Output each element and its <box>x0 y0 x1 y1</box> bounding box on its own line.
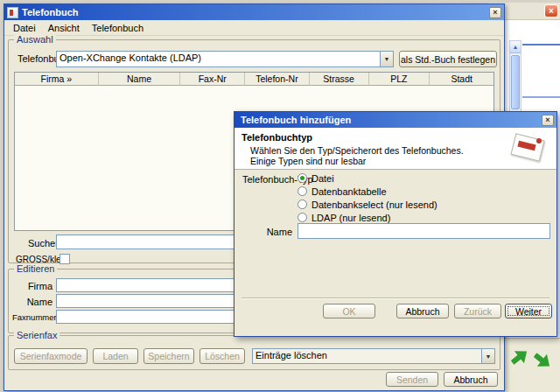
telefonbuch-window-icon <box>7 7 18 18</box>
group-serienfax: Serienfax Serienfaxmode Laden Speichern … <box>8 335 500 370</box>
dialog-name-input[interactable] <box>298 223 550 239</box>
dialog-separator <box>242 298 550 299</box>
radio-datenbankselect[interactable]: Datenbankselect (nur lesend) <box>298 199 438 210</box>
telefonbuch-combo-value: Open-XChange Kontakte (LDAP) <box>57 52 380 66</box>
column-header-firma[interactable]: Firma » <box>15 73 99 86</box>
telefonbuch-combo[interactable]: Open-XChange Kontakte (LDAP) ▼ <box>56 51 394 67</box>
speichern-button: Speichern <box>144 348 194 364</box>
menubar: Datei Ansicht Telefonbuch <box>4 20 504 36</box>
column-header-plz[interactable]: PLZ <box>369 73 430 86</box>
zurueck-button: Zurück <box>454 304 501 318</box>
senden-button: Senden <box>386 372 438 387</box>
radio-circle[interactable] <box>298 186 307 196</box>
chevron-down-icon[interactable]: ▼ <box>380 52 393 66</box>
gross-klein-checkbox[interactable] <box>60 254 70 264</box>
radio-datei[interactable]: Datei <box>298 172 334 184</box>
background-separator-line <box>522 44 560 46</box>
menu-item-ansicht[interactable]: Ansicht <box>43 22 85 34</box>
radio-ldap-label: LDAP (nur lesend) <box>312 213 390 223</box>
group-serienfax-legend: Serienfax <box>14 330 60 340</box>
firma-label: Firma <box>12 281 52 291</box>
name-label: Name <box>12 297 52 307</box>
main-titlebar: Telefonbuch × <box>4 4 504 20</box>
group-editieren-legend: Editieren <box>14 263 57 274</box>
background-separator-line <box>522 96 560 98</box>
phonebook-wizard-icon <box>509 130 548 165</box>
main-close-button[interactable]: × <box>489 7 501 18</box>
radio-circle[interactable] <box>298 213 307 222</box>
radio-ldap[interactable]: LDAP (nur lesend) <box>298 212 390 223</box>
dialog-name-label: Name <box>261 227 292 237</box>
radio-datenbanktabelle-label: Datenbanktabelle <box>312 186 387 197</box>
desktop-close-button[interactable]: × <box>544 4 558 18</box>
background-bottom-panel <box>504 338 560 392</box>
green-arrow-up-icon[interactable] <box>507 343 534 370</box>
column-header-stadt[interactable]: Stadt <box>430 73 494 86</box>
laden-button: Laden <box>93 348 138 364</box>
table-header-row: Firma » Name Fax-Nr Telefon-Nr Strasse P… <box>15 73 494 86</box>
radio-datenbankselect-label: Datenbankselect (nur lesend) <box>312 200 438 210</box>
std-buch-button[interactable]: als Std.-Buch festlegen <box>399 51 497 67</box>
serienfaxmode-button: Serienfaxmode <box>14 348 88 364</box>
weiter-button[interactable]: Weiter <box>505 304 552 318</box>
dialog-header-line2: Einige Typen sind nur lesbar <box>250 156 366 166</box>
ok-button: OK <box>323 304 375 318</box>
column-header-name[interactable]: Name <box>99 73 181 86</box>
abbruch-button[interactable]: Abbruch <box>444 372 498 387</box>
menu-item-datei[interactable]: Datei <box>8 22 41 34</box>
menu-item-telefonbuch[interactable]: Telefonbuch <box>87 22 149 34</box>
dialog-header-title: Telefonbuchtyp <box>242 132 312 143</box>
radio-circle[interactable] <box>298 200 307 209</box>
dialog-titlebar: Telefonbuch hinzufügen × <box>234 112 556 128</box>
desktop: × × ▲ ▼ Telefonbuch × Datei Ansicht Tele… <box>0 0 560 392</box>
eintraege-loeschen-value: Einträge löschen <box>253 349 481 363</box>
window-title: Telefonbuch <box>22 7 489 18</box>
dialog-close-button[interactable]: × <box>542 115 554 126</box>
chevron-down-icon[interactable]: ▼ <box>481 349 494 363</box>
add-phonebook-dialog: Telefonbuch hinzufügen × Telefonbuchtyp … <box>234 111 557 337</box>
radio-datei-label: Datei <box>312 173 334 184</box>
dialog-header-line1: Wählen Sie den Typ/Speicherort des Telef… <box>250 145 464 156</box>
scrollbar-thumb[interactable] <box>511 55 520 109</box>
radio-datenbanktabelle[interactable]: Datenbanktabelle <box>298 186 387 197</box>
column-header-telefon[interactable]: Telefon-Nr <box>245 73 310 86</box>
green-arrow-down-icon[interactable] <box>529 348 556 375</box>
dialog-abbruch-button[interactable]: Abbruch <box>396 304 449 318</box>
column-header-fax[interactable]: Fax-Nr <box>180 73 245 86</box>
column-header-strasse[interactable]: Strasse <box>310 73 369 86</box>
eintraege-loeschen-combo[interactable]: Einträge löschen ▼ <box>252 348 495 364</box>
radio-circle[interactable] <box>298 173 307 183</box>
loeschen-button: Löschen <box>200 348 245 364</box>
faxnummer-label: Faxnummer <box>12 312 52 322</box>
scroll-up-icon[interactable]: ▲ <box>510 41 521 53</box>
group-auswahl-legend: Auswahl <box>14 34 56 45</box>
dialog-header: Telefonbuchtyp Wählen Sie den Typ/Speich… <box>234 128 556 170</box>
dialog-title: Telefonbuch hinzufügen <box>241 115 542 125</box>
